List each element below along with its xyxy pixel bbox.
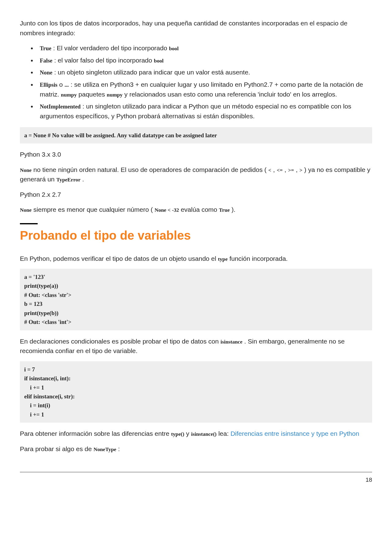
differences-paragraph: Para obtener información sobre las difer…: [20, 429, 372, 439]
list-text: : un singleton utilizado para indicar a …: [40, 103, 351, 120]
text: En declaraciones condicionales es posibl…: [20, 338, 221, 345]
text: ).: [230, 206, 236, 213]
python-3x-paragraph: None no tiene ningún orden natural. El u…: [20, 165, 372, 184]
code-type: type: [218, 256, 228, 262]
op-lt: <: [268, 167, 271, 173]
code-none: None: [40, 70, 52, 76]
nonetype-paragraph: Para probar si algo es de NoneType :: [20, 444, 372, 454]
text: lea:: [217, 430, 231, 437]
text: :: [116, 445, 120, 452]
code-dots: ...: [65, 82, 69, 88]
text: Para probar si algo es de: [20, 445, 93, 452]
code-ellipsis: Ellipsis: [40, 82, 58, 88]
op-gt: >: [300, 167, 303, 173]
sep: ,: [271, 166, 277, 173]
list-text: : El valor verdadero del tipo incorporad…: [51, 44, 167, 51]
code-bool: bool: [154, 58, 164, 64]
page-number: 18: [20, 476, 372, 485]
period: .: [81, 176, 84, 183]
python-27-paragraph: None siempre es menor que cualquier núme…: [20, 205, 372, 215]
text: siempre es menor que cualquier número (: [32, 206, 155, 213]
list-item: Ellipsis o ... : se utiliza en Python3 +…: [37, 80, 372, 99]
code-compare: None < -32: [155, 207, 179, 213]
code-numpy: numpy: [61, 92, 77, 98]
section-intro: En Python, podemos verificar el tipo de …: [20, 254, 372, 264]
list-text: : un objeto singleton utilizado para ind…: [52, 69, 250, 76]
code-type-call: type(): [171, 431, 184, 437]
sep: ,: [294, 166, 300, 173]
sep: ,: [283, 166, 288, 173]
list-item: True : El valor verdadero del tipo incor…: [37, 43, 372, 53]
section-title: Probando el tipo de variables: [20, 223, 372, 245]
code-block-type: a = '123' print(type(a)) # Out: <class '…: [20, 269, 372, 330]
code-block-assign-none: a = None # No value will be assigned. An…: [20, 127, 372, 143]
op-le: <=: [277, 167, 283, 173]
op-ge: >=: [288, 167, 294, 173]
list-text: y relacionados usan esto como una refere…: [123, 91, 337, 98]
code-none: None: [20, 207, 32, 213]
list-text: paquetes: [77, 91, 107, 98]
footer-divider: [20, 472, 372, 472]
list-text: : el valor falso del tipo incorporado: [52, 57, 152, 64]
code-numpy: numpy: [107, 92, 123, 98]
constants-list: True : El valor verdadero del tipo incor…: [20, 43, 372, 121]
conditional-paragraph: En declaraciones condicionales es posibl…: [20, 336, 372, 356]
code-bool: bool: [169, 46, 179, 51]
list-item: NotImplemented : un singleton utilizado …: [37, 101, 372, 121]
text: evalúa como: [179, 206, 219, 213]
code-isinstance-call: isinstance(): [191, 431, 217, 437]
intro-paragraph: Junto con los tipos de datos incorporado…: [20, 18, 372, 38]
text: Para obtener información sobre las difer…: [20, 430, 171, 437]
python-3x-heading: Python 3.x 3.0: [20, 150, 372, 159]
code-nonetype: NoneType: [93, 447, 116, 452]
code-block-isinstance: i = 7 if isinstance(i, int): i += 1 elif…: [20, 361, 372, 423]
text: En Python, podemos verificar el tipo de …: [20, 255, 218, 262]
text: y: [184, 430, 191, 437]
text: no tiene ningún orden natural. El uso de…: [32, 166, 268, 173]
list-item: None : un objeto singleton utilizado par…: [37, 67, 372, 77]
code-isinstance: isinstance: [221, 339, 243, 345]
list-text: o: [58, 81, 65, 88]
code-typeerror: TypeError: [56, 177, 81, 183]
list-item: False : el valor falso del tipo incorpor…: [37, 55, 372, 65]
code-false: False: [40, 58, 52, 64]
code-true: True: [219, 207, 230, 213]
python-27-heading: Python 2.x 2.7: [20, 190, 372, 200]
code-true: True: [40, 45, 51, 51]
text: función incorporada.: [228, 255, 288, 262]
code-none: None: [20, 167, 32, 173]
differences-link[interactable]: Diferencias entre isinstance y type en P…: [231, 430, 359, 437]
code-notimplemented: NotImplemented: [40, 104, 81, 110]
